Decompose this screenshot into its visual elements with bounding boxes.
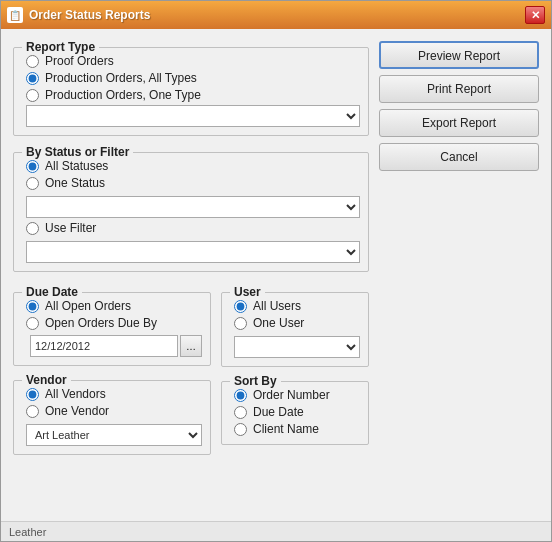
radio-all-statuses-input[interactable] (26, 160, 39, 173)
radio-all-vendors[interactable]: All Vendors (26, 387, 202, 401)
close-button[interactable]: ✕ (525, 6, 545, 24)
radio-open-due-by-label[interactable]: Open Orders Due By (45, 316, 157, 330)
vendor-radio-group: All Vendors One Vendor Art Leather (22, 387, 202, 446)
use-filter-dropdown-row (26, 241, 360, 263)
radio-proof-label[interactable]: Proof Orders (45, 54, 114, 68)
radio-all-open-label[interactable]: All Open Orders (45, 299, 131, 313)
sort-by-section: Sort By Order Number Due Date (221, 381, 369, 445)
radio-one-user-input[interactable] (234, 317, 247, 330)
radio-due-date-sort-label[interactable]: Due Date (253, 405, 304, 419)
radio-prod-all-label[interactable]: Production Orders, All Types (45, 71, 197, 85)
radio-open-due-by[interactable]: Open Orders Due By (26, 316, 202, 330)
due-date-section: Due Date All Open Orders Open Orders Due… (13, 292, 211, 366)
user-section: User All Users One User (221, 292, 369, 367)
report-type-label: Report Type (22, 40, 99, 54)
radio-use-filter-input[interactable] (26, 222, 39, 235)
radio-proof-orders[interactable]: Proof Orders (26, 54, 360, 68)
radio-order-number[interactable]: Order Number (234, 388, 360, 402)
radio-prod-all-input[interactable] (26, 72, 39, 85)
radio-prod-one-input[interactable] (26, 89, 39, 102)
radio-one-user[interactable]: One User (234, 316, 360, 330)
window-body: Report Type Proof Orders Production Orde… (1, 29, 551, 521)
status-filter-section: By Status or Filter All Statuses One Sta… (13, 152, 369, 272)
radio-due-date-sort[interactable]: Due Date (234, 405, 360, 419)
radio-one-status-label[interactable]: One Status (45, 176, 105, 190)
radio-all-open-input[interactable] (26, 300, 39, 313)
radio-client-name-label[interactable]: Client Name (253, 422, 319, 436)
radio-one-vendor-label[interactable]: One Vendor (45, 404, 109, 418)
date-input[interactable] (30, 335, 178, 357)
main-window: 📋 Order Status Reports ✕ Report Type Pro… (0, 0, 552, 542)
radio-all-vendors-label[interactable]: All Vendors (45, 387, 106, 401)
print-report-button[interactable]: Print Report (379, 75, 539, 103)
radio-all-statuses-label[interactable]: All Statuses (45, 159, 108, 173)
report-type-section: Report Type Proof Orders Production Orde… (13, 47, 369, 136)
right-panel: Preview Report Print Report Export Repor… (379, 41, 539, 509)
status-filter-label: By Status or Filter (22, 145, 133, 159)
radio-all-users-input[interactable] (234, 300, 247, 313)
sort-by-radio-group: Order Number Due Date Client Name (230, 388, 360, 436)
user-dropdown-row (234, 336, 360, 358)
radio-all-users-label[interactable]: All Users (253, 299, 301, 313)
radio-prod-one-label[interactable]: Production Orders, One Type (45, 88, 201, 102)
bottom-section: Due Date All Open Orders Open Orders Due… (13, 286, 369, 455)
radio-use-filter-label[interactable]: Use Filter (45, 221, 96, 235)
footer-text: Leather (9, 526, 46, 538)
user-dropdown[interactable] (234, 336, 360, 358)
radio-one-status-input[interactable] (26, 177, 39, 190)
radio-all-statuses[interactable]: All Statuses (26, 159, 360, 173)
vendor-dropdown-row: Art Leather (26, 424, 202, 446)
due-date-radio-group: All Open Orders Open Orders Due By … (22, 299, 202, 357)
radio-all-vendors-input[interactable] (26, 388, 39, 401)
radio-client-name-input[interactable] (234, 423, 247, 436)
one-status-dropdown-row (26, 196, 360, 218)
one-status-dropdown[interactable] (26, 196, 360, 218)
bottom-left: Due Date All Open Orders Open Orders Due… (13, 286, 211, 455)
left-panel: Report Type Proof Orders Production Orde… (13, 41, 369, 509)
radio-order-number-label[interactable]: Order Number (253, 388, 330, 402)
status-filter-radio-group: All Statuses One Status (22, 159, 360, 263)
user-label: User (230, 285, 265, 299)
radio-client-name[interactable]: Client Name (234, 422, 360, 436)
main-layout: Report Type Proof Orders Production Orde… (13, 41, 539, 509)
radio-one-status[interactable]: One Status (26, 176, 360, 190)
cancel-button[interactable]: Cancel (379, 143, 539, 171)
preview-report-button[interactable]: Preview Report (379, 41, 539, 69)
report-type-dropdown-row (22, 105, 360, 127)
export-report-button[interactable]: Export Report (379, 109, 539, 137)
radio-one-user-label[interactable]: One User (253, 316, 304, 330)
vendor-section: Vendor All Vendors One Vendor (13, 380, 211, 455)
radio-one-vendor[interactable]: One Vendor (26, 404, 202, 418)
vendor-label: Vendor (22, 373, 71, 387)
use-filter-dropdown[interactable] (26, 241, 360, 263)
date-input-row: … (26, 335, 202, 357)
title-bar: 📋 Order Status Reports ✕ (1, 1, 551, 29)
radio-prod-one[interactable]: Production Orders, One Type (26, 88, 360, 102)
user-radio-group: All Users One User (230, 299, 360, 358)
radio-proof-input[interactable] (26, 55, 39, 68)
report-type-radio-group: Proof Orders Production Orders, All Type… (22, 54, 360, 102)
window-title: Order Status Reports (29, 8, 525, 22)
vendor-dropdown[interactable]: Art Leather (26, 424, 202, 446)
radio-one-vendor-input[interactable] (26, 405, 39, 418)
radio-prod-all[interactable]: Production Orders, All Types (26, 71, 360, 85)
sort-by-label: Sort By (230, 374, 281, 388)
radio-due-date-sort-input[interactable] (234, 406, 247, 419)
bottom-right: User All Users One User (221, 286, 369, 455)
radio-order-number-input[interactable] (234, 389, 247, 402)
radio-all-open[interactable]: All Open Orders (26, 299, 202, 313)
report-type-dropdown[interactable] (26, 105, 360, 127)
date-picker-button[interactable]: … (180, 335, 202, 357)
footer: Leather (1, 521, 551, 541)
radio-open-due-by-input[interactable] (26, 317, 39, 330)
radio-use-filter[interactable]: Use Filter (26, 221, 360, 235)
radio-all-users[interactable]: All Users (234, 299, 360, 313)
due-date-label: Due Date (22, 285, 82, 299)
window-icon: 📋 (7, 7, 23, 23)
